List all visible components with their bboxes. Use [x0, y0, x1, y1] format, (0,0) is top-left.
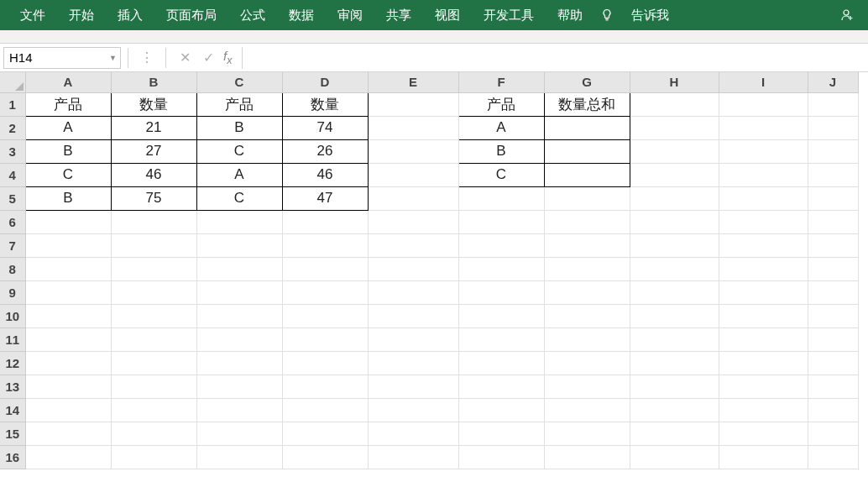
cell-H12[interactable] — [630, 351, 719, 375]
cell-B14[interactable] — [111, 398, 196, 422]
cell-D9[interactable] — [282, 280, 368, 304]
cell-I12[interactable] — [719, 351, 808, 375]
cell-H5[interactable] — [630, 186, 719, 210]
cell-F9[interactable] — [458, 280, 544, 304]
cell-G5[interactable] — [544, 186, 630, 210]
cell-G8[interactable] — [544, 257, 630, 280]
cell-A11[interactable] — [25, 327, 111, 351]
cell-H1[interactable] — [630, 92, 719, 116]
cell-G6[interactable] — [544, 210, 630, 233]
cell-F13[interactable] — [458, 375, 544, 398]
cell-H13[interactable] — [630, 375, 719, 398]
cell-E2[interactable] — [368, 116, 458, 139]
cell-G16[interactable] — [544, 445, 630, 469]
cell-F7[interactable] — [458, 233, 544, 257]
row-header-7[interactable]: 7 — [0, 233, 25, 257]
cell-D12[interactable] — [282, 351, 368, 375]
cell-A8[interactable] — [25, 257, 111, 280]
cell-E1[interactable] — [368, 92, 458, 116]
cell-A9[interactable] — [25, 280, 111, 304]
cell-G13[interactable] — [544, 375, 630, 398]
cell-J14[interactable] — [808, 398, 858, 422]
col-header-F[interactable]: F — [458, 72, 544, 92]
cell-G11[interactable] — [544, 327, 630, 351]
cell-F5[interactable] — [458, 186, 544, 210]
cell-E7[interactable] — [368, 233, 458, 257]
lightbulb-icon[interactable] — [594, 8, 620, 22]
cell-A10[interactable] — [25, 304, 111, 327]
cell-F4[interactable]: C — [458, 163, 544, 186]
cell-B9[interactable] — [111, 280, 196, 304]
cell-H8[interactable] — [630, 257, 719, 280]
cell-B1[interactable]: 数量 — [111, 92, 196, 116]
cell-D14[interactable] — [282, 398, 368, 422]
cell-E11[interactable] — [368, 327, 458, 351]
cell-A4[interactable]: C — [25, 163, 111, 186]
cell-C5[interactable]: C — [196, 186, 282, 210]
cell-D5[interactable]: 47 — [282, 186, 368, 210]
cell-J3[interactable] — [808, 139, 858, 163]
cell-G14[interactable] — [544, 398, 630, 422]
cell-E9[interactable] — [368, 280, 458, 304]
cell-F1[interactable]: 产品 — [458, 92, 544, 116]
cell-D15[interactable] — [282, 422, 368, 445]
cell-H15[interactable] — [630, 422, 719, 445]
cell-B10[interactable] — [111, 304, 196, 327]
row-header-9[interactable]: 9 — [0, 280, 25, 304]
cell-G12[interactable] — [544, 351, 630, 375]
cell-G3[interactable] — [544, 139, 630, 163]
cell-G9[interactable] — [544, 280, 630, 304]
cell-E13[interactable] — [368, 375, 458, 398]
cell-G2[interactable] — [544, 116, 630, 139]
cell-D7[interactable] — [282, 233, 368, 257]
cell-G15[interactable] — [544, 422, 630, 445]
cell-H6[interactable] — [630, 210, 719, 233]
cell-I10[interactable] — [719, 304, 808, 327]
cell-H7[interactable] — [630, 233, 719, 257]
cell-F12[interactable] — [458, 351, 544, 375]
col-header-I[interactable]: I — [719, 72, 808, 92]
cell-C9[interactable] — [196, 280, 282, 304]
ribbon-tab-7[interactable]: 共享 — [374, 1, 423, 30]
cell-F14[interactable] — [458, 398, 544, 422]
cell-A16[interactable] — [25, 445, 111, 469]
ribbon-tab-8[interactable]: 视图 — [423, 1, 472, 30]
cell-G4[interactable] — [544, 163, 630, 186]
cell-G10[interactable] — [544, 304, 630, 327]
cell-I1[interactable] — [719, 92, 808, 116]
ribbon-tab-0[interactable]: 文件 — [8, 1, 57, 30]
cell-F10[interactable] — [458, 304, 544, 327]
col-header-C[interactable]: C — [196, 72, 282, 92]
ribbon-tab-4[interactable]: 公式 — [228, 1, 277, 30]
cell-J9[interactable] — [808, 280, 858, 304]
cell-C13[interactable] — [196, 375, 282, 398]
cell-C10[interactable] — [196, 304, 282, 327]
cell-D10[interactable] — [282, 304, 368, 327]
cell-A15[interactable] — [25, 422, 111, 445]
cell-B3[interactable]: 27 — [111, 139, 196, 163]
cell-C14[interactable] — [196, 398, 282, 422]
col-header-A[interactable]: A — [25, 72, 111, 92]
formula-input[interactable] — [242, 47, 868, 69]
cell-G1[interactable]: 数量总和 — [544, 92, 630, 116]
col-header-D[interactable]: D — [282, 72, 368, 92]
cell-I6[interactable] — [719, 210, 808, 233]
col-header-G[interactable]: G — [544, 72, 630, 92]
cell-E14[interactable] — [368, 398, 458, 422]
cell-B11[interactable] — [111, 327, 196, 351]
cell-J5[interactable] — [808, 186, 858, 210]
cell-D16[interactable] — [282, 445, 368, 469]
cell-C11[interactable] — [196, 327, 282, 351]
cell-J11[interactable] — [808, 327, 858, 351]
cell-B13[interactable] — [111, 375, 196, 398]
cell-C2[interactable]: B — [196, 116, 282, 139]
cell-E12[interactable] — [368, 351, 458, 375]
cell-C16[interactable] — [196, 445, 282, 469]
cell-E5[interactable] — [368, 186, 458, 210]
cell-D13[interactable] — [282, 375, 368, 398]
cell-J8[interactable] — [808, 257, 858, 280]
cell-F16[interactable] — [458, 445, 544, 469]
cell-B15[interactable] — [111, 422, 196, 445]
cell-I8[interactable] — [719, 257, 808, 280]
cell-C1[interactable]: 产品 — [196, 92, 282, 116]
